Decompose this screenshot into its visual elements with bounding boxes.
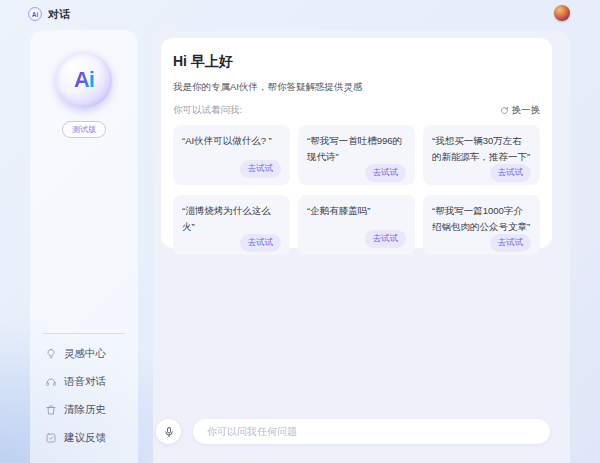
ai-logo: Ai	[56, 52, 112, 108]
sidebar-item-feedback[interactable]: 建议反馈	[43, 424, 125, 452]
sidebar-item-voice-chat[interactable]: 语音对话	[43, 368, 125, 396]
sidebar-divider	[43, 333, 125, 334]
ai-logo-text: Ai	[74, 67, 94, 93]
refresh-label: 换一换	[512, 104, 541, 117]
suggestion-card[interactable]: “企鹅有膝盖吗” 去试试	[298, 195, 415, 255]
suggestion-card[interactable]: “AI伙伴可以做什么? ” 去试试	[173, 125, 290, 185]
sidebar-item-inspiration[interactable]: 灵感中心	[43, 340, 125, 368]
microphone-icon	[163, 426, 175, 438]
try-button[interactable]: 去试试	[365, 230, 407, 248]
suggestion-text: “AI伙伴可以做什么? ”	[182, 133, 281, 160]
suggestion-text: “帮我写一篇1000字介绍锅包肉的公众号文章”	[432, 203, 531, 234]
suggestion-text: “我想买一辆30万左右的新能源车，推荐一下”	[432, 133, 531, 164]
prompt-row: 你可以试着问我: 换一换	[173, 104, 540, 117]
app-logo-icon: Ai	[28, 7, 42, 21]
prompt-label: 你可以试着问我:	[173, 104, 242, 117]
beta-badge: 测试版	[62, 121, 106, 138]
page-title: 对话	[48, 7, 70, 22]
chat-input[interactable]	[193, 419, 550, 444]
suggestion-text: “帮我写一首吐槽996的现代诗”	[307, 133, 406, 164]
app-logo-text: Ai	[32, 11, 39, 18]
composer-bar	[156, 419, 550, 444]
topbar: Ai 对话	[0, 0, 600, 28]
suggestion-card[interactable]: “我想买一辆30万左右的新能源车，推荐一下” 去试试	[423, 125, 540, 185]
suggestion-text: “淄博烧烤为什么这么火”	[182, 203, 281, 234]
lightbulb-icon	[45, 348, 57, 360]
feedback-icon	[45, 432, 57, 444]
suggestion-card[interactable]: “淄博烧烤为什么这么火” 去试试	[173, 195, 290, 255]
sidebar-item-clear-history[interactable]: 清除历史	[43, 396, 125, 424]
try-button[interactable]: 去试试	[490, 234, 532, 252]
try-button[interactable]: 去试试	[240, 160, 282, 178]
try-button[interactable]: 去试试	[490, 164, 532, 182]
sidebar-item-label: 语音对话	[64, 375, 106, 389]
mic-button[interactable]	[156, 419, 181, 444]
headphones-icon	[45, 376, 57, 388]
suggestion-card[interactable]: “帮我写一篇1000字介绍锅包肉的公众号文章” 去试试	[423, 195, 540, 255]
main-panel: Hi 早上好 我是你的专属AI伙伴，帮你答疑解惑提供灵感 你可以试着问我: 换一…	[153, 30, 570, 463]
sidebar-menu: 灵感中心 语音对话 清除历史 建议反馈	[43, 333, 125, 452]
greeting-subtitle: 我是你的专属AI伙伴，帮你答疑解惑提供灵感	[173, 81, 540, 94]
greeting-card: Hi 早上好 我是你的专属AI伙伴，帮你答疑解惑提供灵感 你可以试着问我: 换一…	[161, 38, 552, 248]
sidebar-item-label: 清除历史	[64, 403, 106, 417]
try-button[interactable]: 去试试	[365, 164, 407, 182]
suggestion-text: “企鹅有膝盖吗”	[307, 203, 406, 230]
suggestion-grid: “AI伙伴可以做什么? ” 去试试 “帮我写一首吐槽996的现代诗” 去试试 “…	[173, 125, 540, 255]
sidebar-item-label: 建议反馈	[64, 431, 106, 445]
trash-icon	[45, 404, 57, 416]
sidebar: Ai 测试版 灵感中心 语音对话 清除历史 建议反馈	[30, 30, 138, 463]
user-avatar[interactable]	[554, 5, 570, 21]
try-button[interactable]: 去试试	[240, 234, 282, 252]
suggestion-card[interactable]: “帮我写一首吐槽996的现代诗” 去试试	[298, 125, 415, 185]
sidebar-item-label: 灵感中心	[64, 347, 106, 361]
greeting-title: Hi 早上好	[173, 53, 540, 71]
refresh-icon	[500, 106, 509, 115]
refresh-button[interactable]: 换一换	[500, 104, 541, 117]
